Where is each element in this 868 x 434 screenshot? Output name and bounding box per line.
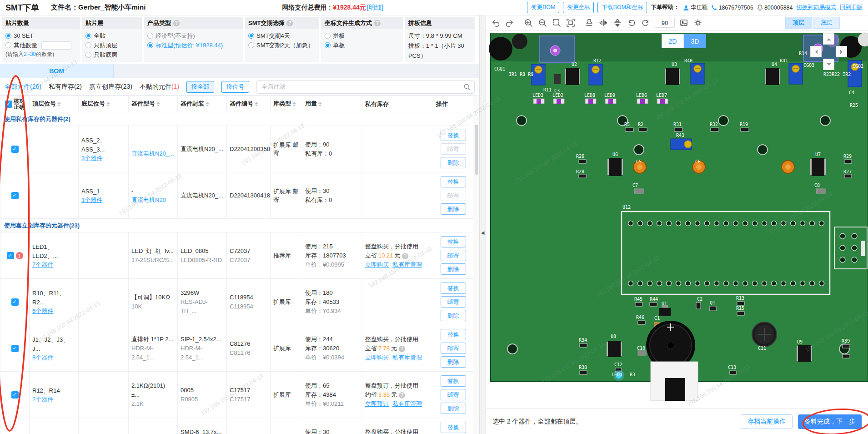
pan-up-button[interactable] <box>823 33 834 45</box>
row-checkbox[interactable] <box>11 192 19 199</box>
flip-vertical-icon[interactable] <box>612 18 622 28</box>
help-icon[interactable] <box>399 392 405 399</box>
buy-now-link[interactable]: 立即购买 <box>365 261 389 268</box>
row-checkbox[interactable] <box>11 345 19 352</box>
pan-left-button[interactable] <box>810 46 822 57</box>
radio-layer-bottom[interactable]: 只贴底层 <box>85 50 138 60</box>
radio-layer-top[interactable]: 只贴顶层 <box>85 40 138 50</box>
global-filter-input[interactable] <box>256 80 475 94</box>
help-icon[interactable] <box>374 20 381 26</box>
collapse-panel-button[interactable] <box>480 222 486 242</box>
mail-button[interactable]: 邮寄 <box>441 190 466 201</box>
settings-gear-icon[interactable] <box>693 18 703 28</box>
replace-button[interactable]: 替换 <box>441 375 466 387</box>
mail-button[interactable]: 邮寄 <box>441 143 466 155</box>
zoom-out-icon[interactable] <box>537 18 547 28</box>
select-all-checkbox[interactable] <box>5 101 12 108</box>
mail-button[interactable]: 邮寄 <box>441 296 466 308</box>
component-count-link[interactable]: 6个器件 <box>32 308 53 314</box>
radio-leadtime-4d[interactable]: SMT交期4天 <box>248 31 316 40</box>
search-all-button[interactable]: 搜全部 <box>186 81 214 93</box>
radio-product-economy[interactable]: 经济型(不支持) <box>147 31 239 40</box>
row-checkbox[interactable] <box>11 146 19 153</box>
mail-button[interactable]: 邮寄 <box>441 250 466 261</box>
delete-button[interactable]: 删除 <box>441 157 466 168</box>
download-bom-button[interactable]: 下载BOM和坐标 <box>597 2 647 13</box>
replace-button[interactable]: 替换 <box>441 283 466 294</box>
filter-not-placed[interactable]: 不贴的元件(1) <box>140 83 179 91</box>
sort-icon[interactable] <box>255 100 258 108</box>
back-old-version-link[interactable]: 回到旧版 <box>840 4 863 11</box>
switch-simple-mode-link[interactable]: 切换到简易模式 <box>797 4 837 11</box>
sort-icon[interactable] <box>156 100 160 108</box>
radio-product-standard[interactable]: 标准型(预估价: ¥1928.44) <box>147 40 239 50</box>
change-bom-button[interactable]: 变更BOM <box>527 2 559 13</box>
filter-all-components[interactable]: 全部元件(26) <box>5 83 41 91</box>
mail-button[interactable]: 邮寄 <box>441 389 466 400</box>
flip-horizontal-icon[interactable] <box>598 18 608 28</box>
undo-icon[interactable] <box>491 18 501 28</box>
delete-button[interactable]: 删除 <box>441 263 466 275</box>
top-layer-button[interactable]: 顶层 <box>785 17 812 29</box>
sort-icon[interactable] <box>206 100 209 108</box>
view-3d-button[interactable]: 3D <box>684 34 706 48</box>
redo-icon[interactable] <box>505 18 515 28</box>
delete-button[interactable]: 删除 <box>441 203 466 215</box>
next-step-button[interactable]: 备料完成，下一步 <box>798 414 862 429</box>
filter-private-stock[interactable]: 私有库存(2) <box>49 83 82 91</box>
buy-now-link[interactable]: 立即购买 <box>365 354 389 361</box>
sort-icon[interactable] <box>57 100 61 108</box>
snapshot-icon[interactable] <box>679 18 689 28</box>
radio-coord-single[interactable]: 单板 <box>325 40 399 50</box>
archive-operation-button[interactable]: 存档当前操作 <box>741 414 793 429</box>
radio-qty-30set[interactable]: 30 SET <box>5 31 76 40</box>
radio-layer-all[interactable]: 全贴 <box>85 31 138 40</box>
radio-qty-other[interactable]: 其他数量 <box>5 40 76 50</box>
row-checkbox[interactable] <box>11 298 19 306</box>
fee-detail-link[interactable]: [明细] <box>367 4 383 11</box>
radio-coord-panel[interactable]: 拼板 <box>325 31 399 40</box>
table-scrollbar[interactable] <box>473 96 479 434</box>
row-checkbox[interactable] <box>7 252 14 259</box>
component-count-link[interactable]: 1个器件 <box>81 197 102 203</box>
sort-icon[interactable] <box>292 100 296 108</box>
filter-jlc-stock[interactable]: 嘉立创库存(23) <box>89 83 132 91</box>
private-stock-manage-link[interactable]: 私有库管理 <box>392 261 422 268</box>
buy-now-link[interactable]: 立即预订 <box>365 400 389 407</box>
change-coordinate-button[interactable]: 变更坐标 <box>563 2 594 13</box>
rotate-right-icon[interactable] <box>641 18 651 28</box>
tab-bom[interactable]: BOM <box>0 64 114 78</box>
zoom-in-icon[interactable] <box>523 18 533 28</box>
delete-button[interactable]: 删除 <box>441 310 466 321</box>
replace-button[interactable]: 替换 <box>441 422 466 433</box>
delete-button[interactable]: 删除 <box>441 403 466 414</box>
bottom-layer-button[interactable]: 底层 <box>813 17 840 29</box>
stamp-icon[interactable] <box>584 18 594 28</box>
help-icon[interactable] <box>402 253 408 259</box>
replace-button[interactable]: 替换 <box>441 176 466 187</box>
sort-icon[interactable] <box>106 100 110 108</box>
row-checkbox[interactable] <box>11 391 19 399</box>
component-count-link[interactable]: 2个器件 <box>32 396 53 403</box>
component-count-link[interactable]: 3个器件 <box>81 155 102 161</box>
search-designator-button[interactable]: 搜位号 <box>221 81 249 93</box>
component-count-link[interactable]: 7个器件 <box>32 261 53 268</box>
rotate-left-icon[interactable] <box>627 18 637 28</box>
replace-button[interactable]: 替换 <box>441 236 466 247</box>
mail-button[interactable]: 邮寄 <box>441 343 466 354</box>
pan-right-button[interactable] <box>836 46 847 57</box>
panel-splitter[interactable] <box>479 15 486 434</box>
help-icon[interactable] <box>399 346 405 352</box>
sort-icon[interactable] <box>318 100 322 108</box>
pcb-canvas[interactable]: CGQ1IR1 R8 R9R11R12U2C3LED3LED2LED8LED9L… <box>486 30 868 409</box>
pan-down-button[interactable] <box>823 59 834 70</box>
help-icon[interactable] <box>173 20 180 26</box>
private-stock-manage-link[interactable]: 私有库管理 <box>392 400 422 407</box>
help-icon[interactable] <box>286 20 293 26</box>
scrollbar-thumb[interactable] <box>475 125 478 175</box>
zoom-fit-icon[interactable] <box>566 18 576 28</box>
component-count-link[interactable]: 8个器件 <box>32 354 53 361</box>
qty-other-input[interactable] <box>41 41 71 50</box>
delete-button[interactable]: 删除 <box>441 356 466 368</box>
view-2d-button[interactable]: 2D <box>662 34 684 48</box>
